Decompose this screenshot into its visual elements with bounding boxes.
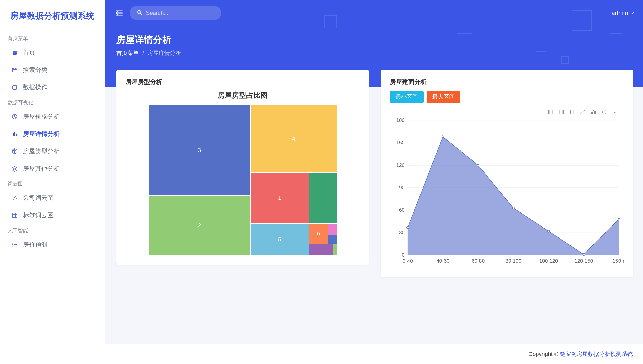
search-box[interactable] [130, 6, 221, 20]
chevron-down-icon [630, 9, 635, 17]
svg-point-6 [13, 85, 17, 86]
svg-rect-42 [595, 111, 596, 114]
sidebar-item-label: 搜索分类 [23, 66, 47, 74]
breadcrumb-root[interactable]: 首页菜单 [116, 50, 139, 56]
sidebar-item-label: 房屋详情分析 [23, 130, 60, 138]
zoom-icon[interactable] [548, 109, 554, 115]
sidebar-item[interactable]: 搜索分类 [0, 61, 105, 79]
svg-rect-31 [549, 110, 553, 114]
sidebar-item[interactable]: 标签词云图 [0, 207, 105, 224]
sidebar-item-label: 数据操作 [23, 83, 47, 91]
page-header: 房屋详情分析 首页菜单 / 房屋详情分析 [105, 26, 643, 62]
bar-chart-icon[interactable] [590, 109, 597, 115]
sidebar-item[interactable]: 首页 [0, 44, 105, 61]
svg-text:120-150: 120-150 [574, 258, 593, 264]
range-buttons: 最小区间 最大区间 [390, 91, 624, 103]
sidebar-item[interactable]: 房屋类型分析 [0, 143, 105, 160]
sidebar-item[interactable]: 房价预测 [0, 236, 105, 253]
treemap-cell[interactable]: 6 [309, 223, 328, 244]
layers-icon [11, 165, 18, 172]
svg-rect-41 [593, 111, 594, 114]
treemap-cell[interactable] [328, 223, 337, 235]
treemap-cell[interactable] [309, 172, 337, 223]
main: admin 房屋详情分析 首页菜单 / 房屋详情分析 房屋房型分析 房屋房型占比… [105, 0, 643, 364]
sidebar-item[interactable]: 公司词云图 [0, 189, 105, 207]
user-menu[interactable]: admin [612, 9, 635, 17]
svg-text:150-n: 150-n [613, 258, 624, 264]
sidebar-item-label: 房屋类型分析 [23, 147, 60, 155]
svg-text:150: 150 [396, 140, 405, 145]
topbar: admin [105, 0, 643, 26]
svg-point-71 [548, 230, 550, 232]
svg-text:0-40: 0-40 [403, 258, 413, 264]
chart-toolbar [390, 107, 624, 118]
treemap-cell[interactable]: 4 [250, 105, 337, 172]
svg-text:120: 120 [396, 162, 405, 168]
svg-rect-8 [13, 133, 14, 136]
nav-section-title: 数据可视化 [0, 96, 105, 108]
sidebar-item-label: 房屋价格分析 [23, 112, 60, 121]
svg-rect-40 [592, 112, 593, 114]
sidebar-item[interactable]: 数据操作 [0, 79, 105, 96]
svg-text:40-60: 40-60 [436, 258, 449, 264]
nav-section-title: 词云图 [0, 177, 105, 189]
svg-point-29 [138, 10, 141, 14]
sidebar-item[interactable]: 房屋详情分析 [0, 125, 105, 143]
svg-point-70 [512, 207, 514, 209]
svg-rect-15 [12, 213, 17, 218]
breadcrumb: 首页菜单 / 房屋详情分析 [116, 49, 633, 57]
svg-text:90: 90 [399, 185, 405, 190]
user-name: admin [612, 9, 628, 17]
chart-title: 房屋房型占比图 [126, 91, 360, 100]
sidebar-item-label: 公司词云图 [23, 194, 54, 202]
bars-icon [11, 131, 18, 137]
treemap-cell[interactable]: 2 [148, 195, 250, 255]
line-chart-icon[interactable] [580, 109, 586, 115]
search-icon [137, 10, 142, 16]
list-icon [11, 241, 18, 248]
breadcrumb-sep: / [142, 50, 144, 56]
card-title: 房屋建面分析 [390, 78, 624, 86]
footer-link[interactable]: 链家网房屋数据分析预测系统 [560, 351, 633, 357]
pie-icon [11, 113, 18, 120]
svg-point-24 [12, 244, 13, 245]
treemap-cell[interactable]: 3 [148, 105, 250, 195]
sidebar-item[interactable]: 房屋其他分析 [0, 160, 105, 177]
footer-prefix: Copyright © [528, 351, 560, 357]
grid-icon [11, 212, 18, 219]
search-input[interactable] [146, 10, 214, 16]
svg-point-12 [14, 197, 15, 198]
restore-icon[interactable] [601, 109, 607, 115]
home-icon [11, 49, 18, 56]
treemap-cell[interactable] [333, 244, 337, 255]
sidebar-item-label: 首页 [23, 48, 35, 57]
sidebar-item[interactable]: 房屋价格分析 [0, 108, 105, 125]
svg-point-68 [442, 136, 444, 138]
min-range-button[interactable]: 最小区间 [390, 91, 424, 103]
treemap-cell[interactable] [328, 235, 337, 244]
svg-rect-9 [14, 132, 15, 136]
svg-point-67 [407, 227, 409, 229]
svg-rect-33 [559, 110, 564, 114]
menu-toggle-button[interactable] [115, 9, 123, 17]
svg-text:0: 0 [402, 252, 405, 258]
treemap-cell[interactable]: 1 [250, 172, 309, 223]
svg-text:60-80: 60-80 [472, 258, 485, 264]
svg-text:60: 60 [399, 207, 405, 213]
zoom-reset-icon[interactable] [558, 109, 564, 115]
treemap-cell[interactable] [309, 244, 333, 255]
footer: Copyright © 链家网房屋数据分析预测系统 [105, 344, 643, 364]
svg-line-30 [140, 13, 142, 15]
svg-text:100-120: 100-120 [539, 258, 558, 264]
scatter-icon [11, 195, 18, 201]
download-icon[interactable] [612, 109, 618, 115]
card-title: 房屋房型分析 [126, 78, 360, 86]
treemap-cell[interactable]: 5 [250, 223, 309, 255]
app-logo: 房屋数据分析预测系统 [0, 8, 105, 32]
svg-point-14 [15, 196, 16, 197]
data-view-icon[interactable] [569, 109, 575, 115]
card-house-type: 房屋房型分析 房屋房型占比图 324156 [116, 70, 369, 265]
max-range-button[interactable]: 最大区间 [427, 91, 460, 103]
treemap-chart: 324156 [148, 105, 337, 255]
card-area-analysis: 房屋建面分析 最小区间 最大区间 03060901201501800-4040-… [381, 70, 633, 277]
